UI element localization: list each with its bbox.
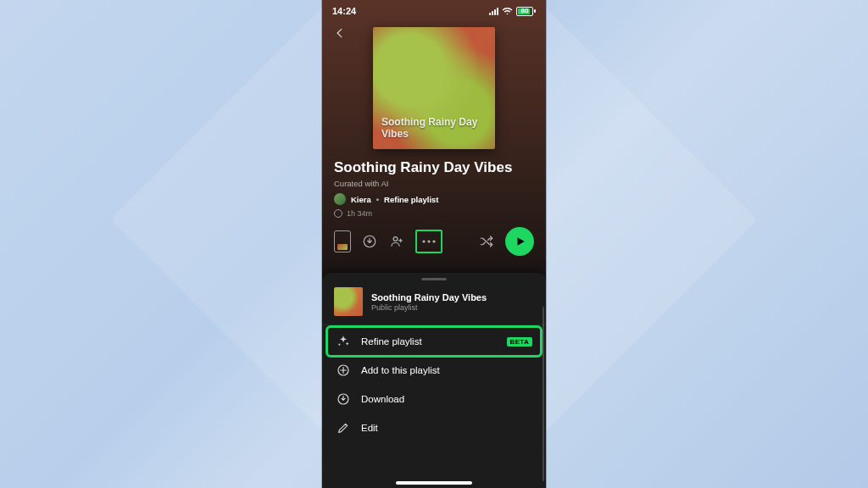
sheet-header: Soothing Rainy Day Vibes Public playlist <box>322 280 546 324</box>
sheet-scrollbar[interactable] <box>542 307 544 481</box>
globe-icon <box>334 209 342 218</box>
status-right-cluster: 80 <box>489 7 536 16</box>
more-options-button[interactable] <box>415 230 442 253</box>
svg-point-2 <box>422 240 425 242</box>
owner-avatar[interactable] <box>334 193 346 205</box>
page-background: 14:24 80 <box>0 0 868 488</box>
menu-download[interactable]: Download <box>327 385 541 413</box>
menu-label: Refine playlist <box>361 336 497 347</box>
owner-name[interactable]: Kiera <box>351 195 371 204</box>
menu-label: Download <box>361 394 532 404</box>
svg-point-3 <box>427 240 430 242</box>
play-button[interactable] <box>505 227 534 256</box>
add-user-button[interactable] <box>388 233 405 250</box>
playlist-subtitle: Curated with AI <box>334 179 534 188</box>
pencil-icon <box>336 420 351 435</box>
plus-circle-icon <box>336 363 351 378</box>
menu-label: Edit <box>361 423 532 433</box>
svg-point-4 <box>432 240 435 242</box>
playlist-header: Soothing Rainy Day Vibes Soothing Rainy … <box>322 22 546 218</box>
sheet-separator <box>322 324 546 325</box>
back-button[interactable] <box>331 24 349 42</box>
menu-label: Add to this playlist <box>361 365 532 375</box>
svg-point-1 <box>393 237 398 241</box>
wifi-icon <box>502 7 513 15</box>
cover-title-text: Soothing Rainy Day Vibes <box>381 117 483 141</box>
shuffle-button[interactable] <box>478 233 495 250</box>
playlist-controls <box>322 226 546 257</box>
separator-dot: • <box>376 195 379 204</box>
sheet-menu: Refine playlist BETA Add to this playlis… <box>322 327 546 442</box>
phone-frame: 14:24 80 <box>322 0 546 488</box>
playlist-owner-row: Kiera • Refine playlist <box>334 193 534 205</box>
playlist-duration: 1h 34m <box>347 209 372 218</box>
status-bar: 14:24 80 <box>322 0 546 22</box>
context-sheet: Soothing Rainy Day Vibes Public playlist… <box>322 273 546 488</box>
sparkle-icon <box>336 334 351 349</box>
beta-badge: BETA <box>507 337 532 347</box>
menu-edit[interactable]: Edit <box>327 413 541 442</box>
download-circle-icon <box>336 391 351 407</box>
sheet-thumbnail <box>334 287 363 316</box>
download-button[interactable] <box>361 233 378 250</box>
playlist-title: Soothing Rainy Day Vibes <box>334 159 534 176</box>
cellular-icon <box>489 8 498 15</box>
sheet-subtitle: Public playlist <box>371 303 487 312</box>
battery-icon: 80 <box>516 7 536 16</box>
menu-refine-playlist[interactable]: Refine playlist BETA <box>327 327 541 356</box>
menu-add-to-playlist[interactable]: Add to this playlist <box>327 356 541 385</box>
sheet-title: Soothing Rainy Day Vibes <box>371 292 487 302</box>
playlist-cover[interactable]: Soothing Rainy Day Vibes <box>373 27 495 149</box>
refine-playlist-link[interactable]: Refine playlist <box>384 195 438 204</box>
status-time: 14:24 <box>332 6 356 16</box>
preview-cover-button[interactable] <box>334 230 351 252</box>
playlist-duration-row: 1h 34m <box>334 209 534 218</box>
home-indicator[interactable] <box>396 481 472 485</box>
